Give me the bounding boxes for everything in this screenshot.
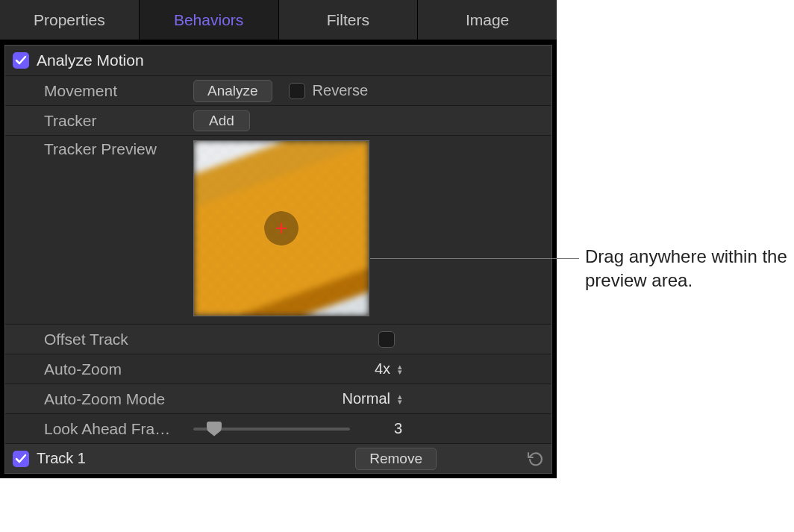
row-track-1: Track 1 Remove <box>5 443 551 473</box>
look-ahead-label: Look Ahead Fra… <box>44 420 193 438</box>
section-title: Analyze Motion <box>37 51 144 69</box>
stepper-icon[interactable]: ▴▾ <box>398 364 402 375</box>
tracker-label: Tracker <box>44 112 193 130</box>
movement-label: Movement <box>44 82 193 100</box>
tab-filters[interactable]: Filters <box>279 0 419 40</box>
slider-thumb-icon[interactable] <box>207 422 222 436</box>
tab-properties[interactable]: Properties <box>0 0 140 40</box>
reverse-label: Reverse <box>313 82 368 99</box>
look-ahead-slider[interactable] <box>193 428 350 431</box>
auto-zoom-label: Auto-Zoom <box>44 360 193 378</box>
tracker-preview[interactable] <box>193 140 369 316</box>
reset-icon[interactable] <box>526 450 544 468</box>
inspector-tabs: Properties Behaviors Filters Image <box>0 0 557 40</box>
row-movement: Movement Analyze Reverse <box>5 75 551 105</box>
callout-text: Drag anywhere within the preview area. <box>585 245 794 292</box>
add-button[interactable]: Add <box>193 110 250 131</box>
row-auto-zoom-mode: Auto-Zoom Mode Normal ▴▾ <box>5 384 551 413</box>
tracker-crosshair-icon[interactable] <box>264 211 298 245</box>
offset-track-label: Offset Track <box>44 331 193 348</box>
remove-button[interactable]: Remove <box>355 448 437 470</box>
look-ahead-value[interactable]: 3 <box>394 420 402 437</box>
section-header: Analyze Motion <box>5 46 551 75</box>
callout-line <box>370 258 579 259</box>
analyze-button[interactable]: Analyze <box>193 80 272 102</box>
auto-zoom-value[interactable]: 4x <box>375 360 390 378</box>
row-tracker: Tracker Add <box>5 105 551 135</box>
track-1-checkbox[interactable] <box>13 451 29 467</box>
inspector-panel: Properties Behaviors Filters Image Analy… <box>0 0 557 478</box>
tab-behaviors[interactable]: Behaviors <box>140 0 279 40</box>
track-1-label: Track 1 <box>37 450 355 467</box>
row-offset-track: Offset Track <box>5 324 551 354</box>
row-tracker-preview: Tracker Preview <box>5 135 551 324</box>
row-auto-zoom: Auto-Zoom 4x ▴▾ <box>5 354 551 384</box>
enable-checkbox[interactable] <box>13 52 29 69</box>
stepper-icon[interactable]: ▴▾ <box>398 394 402 404</box>
reverse-checkbox[interactable] <box>289 83 305 99</box>
offset-track-checkbox[interactable] <box>378 331 395 348</box>
tracker-preview-label: Tracker Preview <box>44 140 193 158</box>
auto-zoom-mode-value[interactable]: Normal <box>343 390 390 407</box>
tab-image[interactable]: Image <box>418 0 557 40</box>
inspector-body: Analyze Motion Movement Analyze Reverse … <box>4 45 552 474</box>
row-look-ahead: Look Ahead Fra… 3 <box>5 413 551 443</box>
auto-zoom-mode-label: Auto-Zoom Mode <box>44 390 193 408</box>
